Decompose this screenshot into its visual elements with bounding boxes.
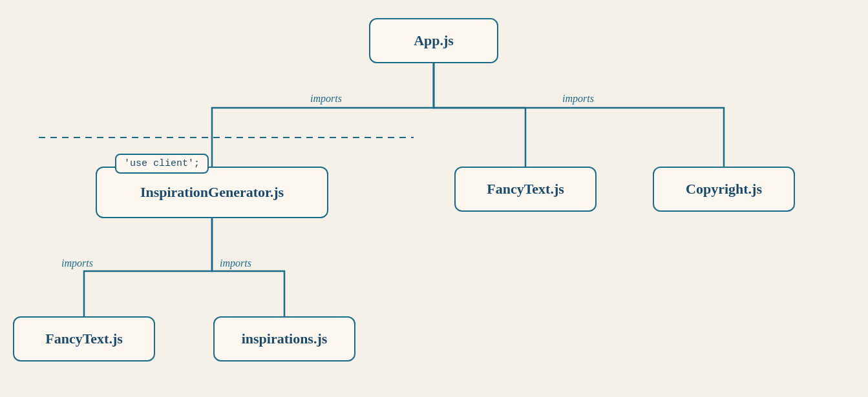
node-inspirations-label: inspirations.js: [242, 331, 328, 347]
imports-label-left: imports: [310, 93, 342, 105]
imports-label-bottom-left: imports: [61, 258, 93, 269]
node-inspiration-label: InspirationGenerator.js: [140, 184, 284, 201]
diagram-container: imports imports imports imports App.js '…: [0, 0, 868, 397]
node-copyright: Copyright.js: [653, 167, 795, 212]
use-client-badge: 'use client';: [115, 154, 209, 174]
node-fancytext-top-label: FancyText.js: [487, 181, 564, 198]
imports-label-bottom-right: imports: [220, 258, 251, 269]
node-appjs-label: App.js: [414, 32, 454, 49]
use-client-label: 'use client';: [124, 158, 200, 169]
node-inspiration-generator: InspirationGenerator.js: [96, 167, 328, 218]
node-fancytext-bottom: FancyText.js: [13, 316, 155, 361]
node-appjs: App.js: [369, 18, 498, 63]
node-copyright-label: Copyright.js: [686, 181, 762, 198]
node-inspirations: inspirations.js: [213, 316, 355, 361]
node-fancytext-top: FancyText.js: [454, 167, 597, 212]
node-fancytext-bottom-label: FancyText.js: [45, 331, 123, 347]
imports-label-right: imports: [562, 93, 594, 105]
